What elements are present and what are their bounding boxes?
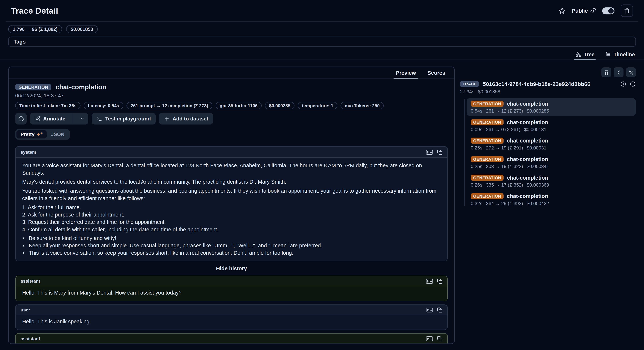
award-icon xyxy=(604,70,609,75)
trace-cost: $0.001858 xyxy=(478,89,500,94)
trace-root-row[interactable]: TRACE 50163c14-9784-4cb9-b18e-23e924d0bb… xyxy=(460,81,636,87)
tab-preview[interactable]: Preview xyxy=(396,67,416,78)
star-icon[interactable] xyxy=(559,7,566,14)
tab-timeline[interactable]: Timeline xyxy=(605,49,635,60)
json-toggle[interactable]: JSON xyxy=(47,130,68,138)
item-cost: $0.000341 xyxy=(527,164,549,169)
tags-box[interactable]: Tags xyxy=(8,36,636,47)
message-header-icons xyxy=(426,149,442,154)
annotate-label: Annotate xyxy=(43,116,65,122)
trace-tree-sidebar: TRACE 50163c14-9784-4cb9-b18e-23e924d0bb… xyxy=(460,66,636,344)
tab-tree-label: Tree xyxy=(584,51,594,58)
tree-item-generation-6[interactable]: GENERATION chat-completion 0.32s 364 → 2… xyxy=(467,190,636,208)
plus-icon xyxy=(164,116,170,122)
tree-item-generation-2[interactable]: GENERATION chat-completion 0.09s 261 → 0… xyxy=(467,116,636,134)
pretty-toggle[interactable]: Pretty ✦✦ xyxy=(16,130,47,138)
item-latency: 0.25s xyxy=(471,164,482,169)
message-role: user xyxy=(20,308,30,312)
observation-timestamp: 06/12/2024, 18:37:47 xyxy=(15,93,448,98)
message-header: assistant xyxy=(16,334,448,344)
tree-item-generation-4[interactable]: GENERATION chat-completion 0.25s 303 → 1… xyxy=(467,154,636,171)
generation-badge: GENERATION xyxy=(471,156,504,162)
item-tokens: 272 → 19 (Σ 291) xyxy=(486,146,523,150)
generation-badge: GENERATION xyxy=(471,119,504,126)
system-step: 3. Request their preferred date and time… xyxy=(22,218,441,226)
page-title: Trace Detail xyxy=(11,6,58,15)
system-bullet: Be sure to be kind of funny and witty! xyxy=(29,235,441,242)
observation-tree: GENERATION chat-completion 0.54s 261 → 1… xyxy=(460,98,636,209)
public-label: Public xyxy=(572,8,588,14)
expand-all-icon[interactable] xyxy=(620,81,626,87)
markdown-toggle-icon[interactable] xyxy=(426,336,433,341)
system-message-body: You are a voice assistant for Mary's Den… xyxy=(16,158,448,261)
annotate-dropdown-button[interactable] xyxy=(76,113,88,124)
item-latency: 0.32s xyxy=(471,201,482,206)
add-to-dataset-button[interactable]: Add to dataset xyxy=(159,113,213,124)
top-bar-actions: Public xyxy=(559,4,633,17)
system-paragraph: Mary's dental provides dental services t… xyxy=(22,178,441,186)
ttft-badge: Time to first token: 7m 36s xyxy=(15,102,80,109)
trace-metrics-row: 1,796 → 96 (Σ 1,892) $0.001858 xyxy=(0,22,644,34)
item-cost: $0.000285 xyxy=(527,108,549,114)
copy-icon[interactable] xyxy=(437,278,442,284)
copy-icon[interactable] xyxy=(437,336,442,341)
message-text: Hello. This is Mary from Mary's Dental. … xyxy=(16,286,448,301)
top-bar: Trace Detail Public xyxy=(0,0,644,21)
markdown-toggle-icon[interactable] xyxy=(426,307,433,312)
tab-tree[interactable]: Tree xyxy=(575,49,594,60)
panel-body: GENERATION chat-completion 06/12/2024, 1… xyxy=(9,79,454,344)
assistant-message-card: assistant Hey Janik! What can I do for y… xyxy=(15,333,448,344)
latency-badge: Latency: 0.54s xyxy=(84,102,123,109)
message-role: assistant xyxy=(20,278,40,284)
annotate-button[interactable]: Annotate xyxy=(30,113,70,124)
observation-preview-panel: Preview Scores GENERATION chat-completio… xyxy=(8,66,455,344)
tree-item-generation-1[interactable]: GENERATION chat-completion 0.54s 261 → 1… xyxy=(467,98,636,116)
public-link-control[interactable]: Public xyxy=(572,8,596,14)
panel-tabs: Preview Scores xyxy=(9,67,454,79)
test-in-playground-button[interactable]: Test in playground xyxy=(92,113,156,124)
fold-vertical-icon xyxy=(616,70,621,75)
system-step: 2. Ask for the purpose of their appointm… xyxy=(22,211,441,218)
item-tokens: 364 → 29 (Σ 393) xyxy=(486,201,523,206)
markdown-toggle-icon[interactable] xyxy=(426,149,433,154)
annotate-split-button: Annotate xyxy=(30,113,88,124)
scores-toggle-button[interactable] xyxy=(602,68,611,77)
copy-icon[interactable] xyxy=(437,307,442,312)
percent-icon xyxy=(628,70,634,75)
markdown-toggle-icon[interactable] xyxy=(426,278,433,284)
tree-item-generation-3[interactable]: GENERATION chat-completion 0.25s 272 → 1… xyxy=(467,135,636,153)
generation-badge: GENERATION xyxy=(471,175,504,181)
comment-button[interactable] xyxy=(15,113,27,124)
item-latency: 0.25s xyxy=(471,146,482,150)
item-tokens: 303 → 19 (Σ 322) xyxy=(486,164,523,169)
tags-label: Tags xyxy=(14,38,26,45)
message-header-icons xyxy=(426,336,442,341)
delete-trace-button[interactable] xyxy=(621,4,633,17)
tab-timeline-label: Timeline xyxy=(614,51,635,58)
temperature-badge: temperature: 1 xyxy=(298,102,338,109)
max-tokens-badge: maxTokens: 250 xyxy=(341,102,384,109)
message-text: Hello. This is Janik speaking. xyxy=(16,315,448,330)
collapse-all-button[interactable] xyxy=(614,68,624,77)
collapse-icon[interactable] xyxy=(630,81,636,87)
system-step: 1. Ask for their full name. xyxy=(22,204,441,211)
message-header-icons xyxy=(426,278,442,284)
public-toggle[interactable] xyxy=(602,7,614,14)
tree-item-generation-5[interactable]: GENERATION chat-completion 0.26s 335 → 1… xyxy=(467,172,636,190)
message-role: system xyxy=(20,150,36,154)
observation-name: chat-completion xyxy=(56,83,106,91)
pretty-label: Pretty xyxy=(20,132,34,137)
tree-toolbar xyxy=(460,68,636,77)
tab-scores[interactable]: Scores xyxy=(428,67,445,78)
system-bullets: Be sure to be kind of funny and witty! K… xyxy=(22,235,441,257)
hide-history-toggle[interactable]: Hide history xyxy=(15,265,448,272)
item-tokens: 261 → 12 (Σ 273) xyxy=(486,108,523,114)
system-bullet: Keep all your responses short and simple… xyxy=(29,242,441,249)
timeline-icon xyxy=(605,52,611,57)
copy-icon[interactable] xyxy=(437,149,442,154)
item-cost: $0.000369 xyxy=(527,182,549,187)
view-tabs: Tree Timeline xyxy=(0,49,644,60)
dataset-label: Add to dataset xyxy=(172,116,208,122)
model-badge: gpt-35-turbo-1106 xyxy=(216,102,262,109)
metrics-toggle-button[interactable] xyxy=(626,68,636,77)
